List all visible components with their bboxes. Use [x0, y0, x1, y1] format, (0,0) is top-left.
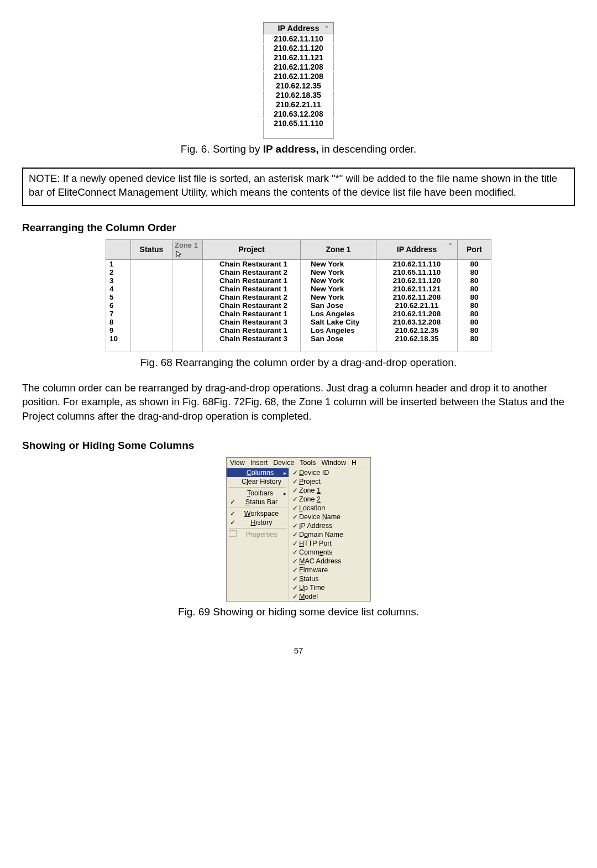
col-zone1[interactable]: Zone 1	[301, 239, 376, 259]
check-icon: ✓	[229, 519, 237, 526]
ip-cell: 210.62.11.110	[263, 34, 334, 44]
menu-item[interactable]: Columns▸	[227, 468, 289, 477]
note-label: NOTE:	[29, 172, 60, 184]
menu-item[interactable]: Toolbars▸	[227, 489, 289, 498]
submenu-item[interactable]: ✓Device Name	[289, 513, 370, 521]
submenu-item[interactable]: ✓Domain Name	[289, 530, 370, 539]
submenu-item[interactable]: ✓Up Time	[289, 583, 370, 592]
ip-cell: 210.62.11.110	[376, 259, 458, 268]
table-row[interactable]: 7Chain Restaurant 1Los Angeles210.62.11.…	[106, 310, 491, 318]
fig68-caption: Fig. 68 Rearranging the column order by …	[22, 357, 575, 369]
menu-item[interactable]: ✓History	[227, 518, 289, 527]
table-row[interactable]: 2Chain Restaurant 2New York210.65.11.110…	[106, 268, 491, 276]
check-icon: ✓	[291, 593, 299, 600]
sort-asc-icon: ⌃	[448, 242, 453, 249]
check-icon: ✓	[291, 495, 299, 503]
status-cell	[131, 310, 172, 318]
columns-submenu: ✓Device ID✓Project✓Zone 1✓Zone 2✓Locatio…	[289, 468, 370, 601]
menu-item[interactable]: ✓Status Bar	[227, 498, 289, 506]
port-cell: 80	[458, 293, 491, 301]
table-row[interactable]: 1Chain Restaurant 1New York210.62.11.110…	[106, 259, 491, 268]
ghost-cell	[172, 268, 203, 276]
submenu-item[interactable]: ✓Project	[289, 477, 370, 486]
menubar-item[interactable]: H	[352, 459, 357, 467]
submenu-item-label: Zone 1	[299, 487, 321, 494]
submenu-item[interactable]: ✓Model	[289, 592, 370, 601]
menu-item-label: Toolbars	[237, 489, 284, 497]
menubar: ViewInsertDeviceToolsWindowH	[227, 458, 370, 468]
ip-cell: 210.62.11.208	[376, 293, 458, 301]
ip-cell-blank	[263, 128, 334, 139]
col-port[interactable]: Port	[458, 239, 491, 259]
menubar-item[interactable]: Tools	[300, 459, 316, 467]
ip-column-header-label: IP Address	[278, 24, 320, 33]
table-row[interactable]: 8Chain Restaurant 3Salt Lake City210.63.…	[106, 318, 491, 326]
submenu-item[interactable]: ✓Zone 1	[289, 486, 370, 495]
submenu-item[interactable]: ✓IP Address	[289, 521, 370, 530]
menu-item[interactable]: ✓Workspace	[227, 509, 289, 518]
fig6-caption-suffix: in descending order.	[319, 143, 416, 155]
col-ip[interactable]: IP Address ⌃	[376, 239, 458, 259]
status-cell	[131, 268, 172, 276]
ip-cell: 210.62.11.121	[376, 285, 458, 293]
menubar-item[interactable]: Device	[273, 459, 294, 467]
port-cell: 80	[458, 310, 491, 318]
check-icon: ✓	[291, 469, 299, 477]
ip-cell: 210.62.11.208	[263, 72, 334, 81]
table-row[interactable]: 5Chain Restaurant 2New York210.62.11.208…	[106, 293, 491, 301]
check-icon: ✓	[291, 478, 299, 485]
menubar-item[interactable]: View	[230, 459, 245, 467]
submenu-item[interactable]: ✓Location	[289, 504, 370, 513]
menu-item[interactable]: Clear History	[227, 477, 289, 486]
table-row[interactable]: 3Chain Restaurant 1New York210.62.11.120…	[106, 276, 491, 285]
submenu-item[interactable]: ✓Device ID	[289, 468, 370, 477]
menu-item-label: Properties	[237, 531, 286, 538]
ghost-cell	[172, 276, 203, 285]
zone-cell: San Jose	[301, 334, 376, 343]
submenu-item[interactable]: ✓Status	[289, 574, 370, 583]
project-cell: Chain Restaurant 1	[203, 326, 301, 334]
fig6-caption: Fig. 6. Sorting by IP address, in descen…	[22, 143, 575, 155]
submenu-item-label: Comments	[299, 548, 332, 556]
table-row[interactable]: 10Chain Restaurant 3San Jose210.62.18.35…	[106, 334, 491, 343]
spacer-cell	[203, 343, 301, 352]
rownum-cell: 6	[106, 301, 131, 310]
submenu-item[interactable]: ✓Zone 2	[289, 495, 370, 504]
submenu-item-label: Firmware	[299, 566, 328, 574]
submenu-item[interactable]: ✓Comments	[289, 548, 370, 557]
table-row[interactable]: 9Chain Restaurant 1Los Angeles210.62.12.…	[106, 326, 491, 334]
ghost-cell	[172, 259, 203, 268]
menu-item-label: Clear History	[237, 478, 286, 485]
col-project[interactable]: Project	[203, 239, 301, 259]
check-icon: ✓	[291, 557, 299, 565]
rownum-cell: 9	[106, 326, 131, 334]
menubar-item[interactable]: Insert	[250, 459, 268, 467]
col-ghost-zone[interactable]: Zone 1	[172, 239, 203, 259]
ghost-cell	[172, 301, 203, 310]
col-status[interactable]: Status	[131, 239, 172, 259]
submenu-item-label: Domain Name	[299, 531, 343, 538]
ip-cell: 210.65.11.110	[263, 119, 334, 128]
table-row[interactable]: 6Chain Restaurant 2San Jose210.62.21.118…	[106, 301, 491, 310]
ip-cell: 210.62.11.208	[263, 62, 334, 72]
fig68-table-wrap: Status Zone 1 Project Zone 1 IP Address …	[22, 239, 575, 352]
zone-cell: New York	[301, 285, 376, 293]
check-icon: ✓	[291, 566, 299, 574]
check-icon: ✓	[291, 540, 299, 547]
submenu-item[interactable]: ✓HTTP Port	[289, 539, 370, 548]
fig69-caption: Fig. 69 Showing or hiding some device li…	[22, 606, 575, 618]
submenu-item-label: IP Address	[299, 522, 332, 530]
col-rownum[interactable]	[106, 239, 131, 259]
submenu-item[interactable]: ✓Firmware	[289, 566, 370, 574]
menu-item-label: Workspace	[237, 510, 286, 517]
submenu-item-label: Device Name	[299, 513, 341, 521]
submenu-item[interactable]: ✓MAC Address	[289, 557, 370, 566]
menubar-item[interactable]: Window	[322, 459, 346, 467]
project-cell: Chain Restaurant 3	[203, 334, 301, 343]
zone-cell: Los Angeles	[301, 310, 376, 318]
ip-column-header[interactable]: IP Address ⌃	[263, 23, 334, 34]
zone-cell: San Jose	[301, 301, 376, 310]
sort-asc-icon: ⌃	[324, 25, 329, 32]
ghost-cell	[172, 293, 203, 301]
table-row[interactable]: 4Chain Restaurant 1New York210.62.11.121…	[106, 285, 491, 293]
